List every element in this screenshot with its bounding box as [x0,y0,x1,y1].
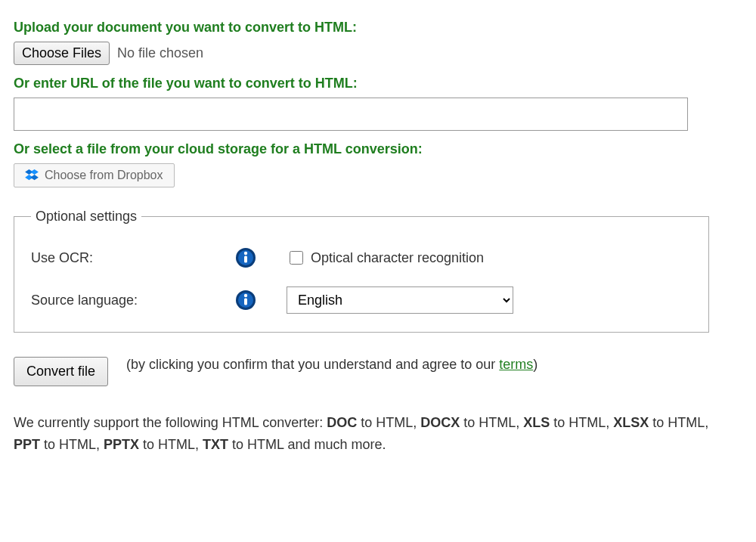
format-xls: XLS [523,415,550,430]
convert-note-suffix: ) [533,357,538,372]
optional-settings-legend: Optional settings [31,209,141,225]
svg-point-6 [244,294,247,297]
upload-heading: Upload your document you want to convert… [14,20,742,36]
format-doc: DOC [327,415,357,430]
cloud-heading: Or select a file from your cloud storage… [14,141,742,157]
convert-note-prefix: (by clicking you confirm that you unders… [126,357,499,372]
no-file-chosen-label: No file chosen [117,45,203,61]
language-label: Source language: [31,293,235,308]
file-chooser-row: Choose Files No file chosen [14,42,742,65]
ocr-checkbox[interactable] [290,251,303,265]
url-input[interactable] [14,98,688,131]
format-docx: DOCX [420,415,460,430]
format-txt: TXT [203,437,228,452]
dropbox-button-label: Choose from Dropbox [45,169,163,182]
source-language-select[interactable]: English [287,286,513,314]
convert-row: Convert file (by clicking you confirm th… [14,354,742,386]
supported-formats-text: We currently support the following HTML … [14,412,724,456]
format-pptx: PPTX [104,437,139,452]
choose-from-dropbox-button[interactable]: Choose from Dropbox [14,163,175,187]
info-icon[interactable] [235,247,256,268]
ocr-description: Optical character recognition [311,250,484,266]
format-ppt: PPT [14,437,40,452]
url-heading: Or enter URL of the file you want to con… [14,76,742,91]
optional-settings-fieldset: Optional settings Use OCR: Optical chara… [14,209,709,333]
convert-note: (by clicking you confirm that you unders… [126,354,538,376]
svg-rect-7 [244,299,247,305]
ocr-row: Use OCR: Optical character recognition [31,247,692,268]
terms-link[interactable]: terms [499,357,533,372]
ocr-label: Use OCR: [31,250,235,266]
svg-point-2 [244,252,247,255]
svg-rect-3 [244,256,247,263]
format-xlsx: XLSX [613,415,649,430]
convert-file-button[interactable]: Convert file [14,357,108,386]
dropbox-icon [25,169,39,181]
support-prefix: We currently support the following HTML … [14,415,327,430]
language-row: Source language: English [31,286,692,314]
info-icon[interactable] [235,290,256,311]
choose-files-button[interactable]: Choose Files [14,42,110,65]
